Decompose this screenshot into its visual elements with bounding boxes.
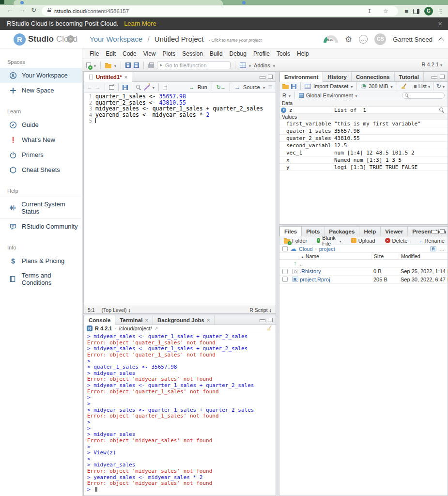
caret-icon[interactable] xyxy=(94,62,96,68)
more-icon[interactable]: … xyxy=(439,246,445,252)
save-all-icon[interactable] xyxy=(134,62,139,68)
side-panel-icon[interactable] xyxy=(413,9,419,14)
refresh-icon[interactable] xyxy=(436,83,441,90)
minimize-icon[interactable] xyxy=(432,229,437,233)
save-icon[interactable] xyxy=(123,85,128,90)
tab-untitled1[interactable]: Untitled1* xyxy=(84,72,132,82)
maximize-icon[interactable] xyxy=(440,75,445,79)
menu-session[interactable]: Session xyxy=(179,50,206,57)
chevron-up-icon[interactable] xyxy=(438,37,444,43)
back-icon[interactable]: ← xyxy=(7,6,13,14)
file-row[interactable]: Rproject.Rproj205 BSep 30, 2022, 6:47 PM xyxy=(279,276,448,284)
browser-profile-avatar[interactable]: G xyxy=(424,7,433,16)
share-and-bookmark-icons[interactable]: ↥ ☆ xyxy=(367,6,393,16)
tab-list-icon[interactable]: ≡ xyxy=(404,8,408,15)
files-button-upload[interactable]: Upload xyxy=(350,238,377,244)
environment-value-row[interactable]: vec_1num [1:4] 12 48.5 101.5 2 xyxy=(279,149,448,156)
sidebar-item-current-system-status[interactable]: Current System Status xyxy=(0,197,82,218)
sidebar-item-primers[interactable]: Primers xyxy=(0,147,82,162)
tab-environment[interactable]: Environment xyxy=(279,72,323,82)
memory-usage-button[interactable]: 308 MiB xyxy=(369,83,388,89)
files-button-blank-file[interactable]: Blank File xyxy=(315,235,343,247)
caret-icon[interactable] xyxy=(443,83,445,89)
maximize-icon[interactable] xyxy=(268,318,273,322)
sidebar-item-rstudio-community[interactable]: RStudio Community xyxy=(0,218,82,234)
caret-icon[interactable] xyxy=(355,93,357,98)
tab-plots[interactable]: Plots xyxy=(302,227,324,236)
column-modified[interactable]: Modified xyxy=(399,253,448,259)
environment-search-input[interactable] xyxy=(402,92,445,99)
menu-file[interactable]: File xyxy=(86,50,102,57)
external-link-icon[interactable]: ↗ xyxy=(154,326,158,331)
sidebar-item-what-s-new[interactable]: What's New xyxy=(0,132,82,147)
tab-terminal[interactable]: Terminal xyxy=(115,315,153,325)
user-avatar[interactable]: GS xyxy=(374,33,386,45)
caret-icon[interactable] xyxy=(263,84,265,90)
compile-report-icon[interactable] xyxy=(163,85,167,90)
language-selector[interactable]: R xyxy=(282,93,286,98)
save-workspace-icon[interactable] xyxy=(291,84,296,89)
banner-close-icon[interactable]: × xyxy=(438,17,442,30)
caret-icon[interactable] xyxy=(114,62,116,68)
scope-selector[interactable]: (Top Level)▲▼ xyxy=(102,307,131,313)
expand-object-icon[interactable] xyxy=(281,108,288,113)
sidebar-item-new-space[interactable]: New Space xyxy=(0,83,82,98)
save-icon[interactable] xyxy=(125,62,131,68)
maximize-icon[interactable] xyxy=(268,75,273,79)
menu-view[interactable]: View xyxy=(140,50,159,57)
caret-icon[interactable] xyxy=(249,62,251,68)
code-tools-icon[interactable] xyxy=(144,84,150,91)
tab-help[interactable]: Help xyxy=(359,227,381,236)
file-name[interactable]: project.Rproj xyxy=(300,277,371,282)
tab-packages[interactable]: Packages xyxy=(324,227,359,236)
forward-icon[interactable]: → xyxy=(19,6,26,14)
menu-help[interactable]: Help xyxy=(294,50,312,57)
files-button-folder[interactable]: Folder xyxy=(282,238,309,244)
file-type-selector[interactable]: R Script▲▼ xyxy=(249,307,272,313)
tab-connections[interactable]: Connections xyxy=(352,72,395,81)
breadcrumb-workspace-link[interactable]: Your Workspace xyxy=(90,35,142,43)
environment-value-row[interactable]: second_variable12.5 xyxy=(279,142,448,149)
browser-menu-icon[interactable]: ⋮ xyxy=(438,8,444,15)
rerun-icon[interactable]: ↻→ xyxy=(216,84,225,91)
list-view-button[interactable]: List xyxy=(418,83,427,89)
file-name[interactable]: .Rhistory xyxy=(300,268,371,274)
files-button-rename[interactable]: Rename xyxy=(416,238,446,244)
file-name[interactable]: .. xyxy=(300,261,371,266)
tab-console[interactable]: Console xyxy=(84,315,115,325)
caret-icon[interactable] xyxy=(153,84,154,90)
reload-icon[interactable]: ↻ xyxy=(31,6,36,14)
pane-layout-icon[interactable] xyxy=(240,62,246,68)
caret-icon[interactable] xyxy=(391,83,393,89)
menu-plots[interactable]: Plots xyxy=(159,50,179,57)
file-checkbox[interactable] xyxy=(282,269,288,274)
column-size[interactable]: Size xyxy=(371,253,399,259)
settings-gear-icon[interactable]: ⚙ xyxy=(345,34,352,45)
menu-edit[interactable]: Edit xyxy=(102,50,119,57)
sidebar-item-cheat-sheets[interactable]: Cheat Sheets xyxy=(0,162,82,177)
environment-selector[interactable]: Global Environment xyxy=(306,93,353,98)
environment-value-row[interactable]: ylogi [1:3] TRUE TRUE FALSE xyxy=(279,164,448,171)
collapse-sidebar-icon[interactable]: × xyxy=(67,35,74,43)
close-icon[interactable] xyxy=(145,317,148,323)
environment-data-row[interactable]: zList of 1 xyxy=(279,107,448,114)
clear-console-icon[interactable] xyxy=(266,325,273,331)
tab-background-jobs[interactable]: Background Jobs xyxy=(153,315,215,325)
load-workspace-icon[interactable] xyxy=(282,85,289,89)
tab-history[interactable]: History xyxy=(323,72,352,81)
file-row[interactable]: .Rhistory0 BSep 25, 2022, 1:14 PM xyxy=(279,268,448,276)
import-dataset-button[interactable]: Import Dataset xyxy=(313,83,348,89)
code-editor[interactable]: 1quarter_1_sales <- 35657.982quarter_2_s… xyxy=(84,93,276,306)
document-outline-icon[interactable]: ≣ xyxy=(268,84,273,91)
menu-build[interactable]: Build xyxy=(206,50,226,57)
file-checkbox[interactable] xyxy=(282,277,288,282)
browser-active-tab[interactable] xyxy=(14,0,223,5)
minimize-icon[interactable] xyxy=(432,75,437,79)
r-version-selector[interactable]: R 4.2.1 xyxy=(421,62,442,67)
tab-viewer[interactable]: Viewer xyxy=(381,227,408,236)
print-icon[interactable] xyxy=(148,64,154,68)
sidebar-item-terms-and-conditions[interactable]: Terms and Conditions xyxy=(0,268,82,290)
menu-tools[interactable]: Tools xyxy=(273,50,294,57)
close-icon[interactable] xyxy=(207,317,210,323)
r-project-icon[interactable]: R xyxy=(430,246,436,251)
